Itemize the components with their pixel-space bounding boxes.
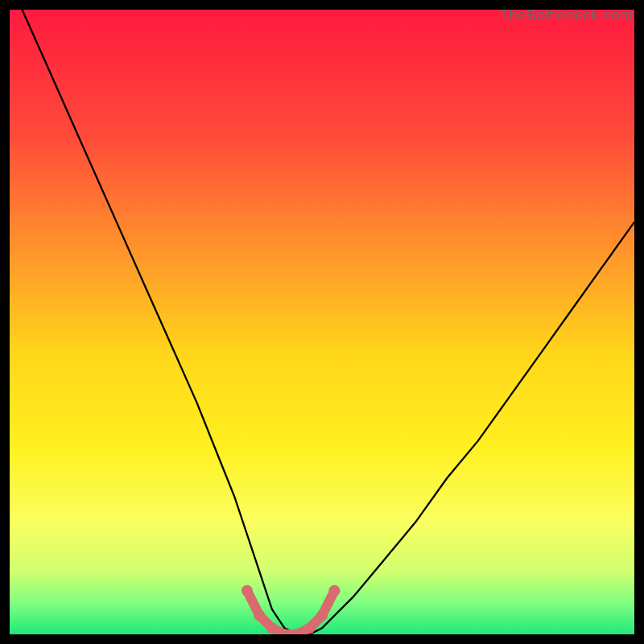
watermark-text: TheBottleneck.com [499,6,633,24]
gradient-background [10,10,634,634]
optimal-dot [329,585,341,597]
optimal-dot [316,610,328,621]
optimal-dot [254,610,265,621]
chart-frame [10,10,634,634]
optimal-dot [266,622,278,634]
optimal-dot [304,622,316,634]
bottleneck-chart [10,10,634,634]
optimal-dot [242,585,253,597]
